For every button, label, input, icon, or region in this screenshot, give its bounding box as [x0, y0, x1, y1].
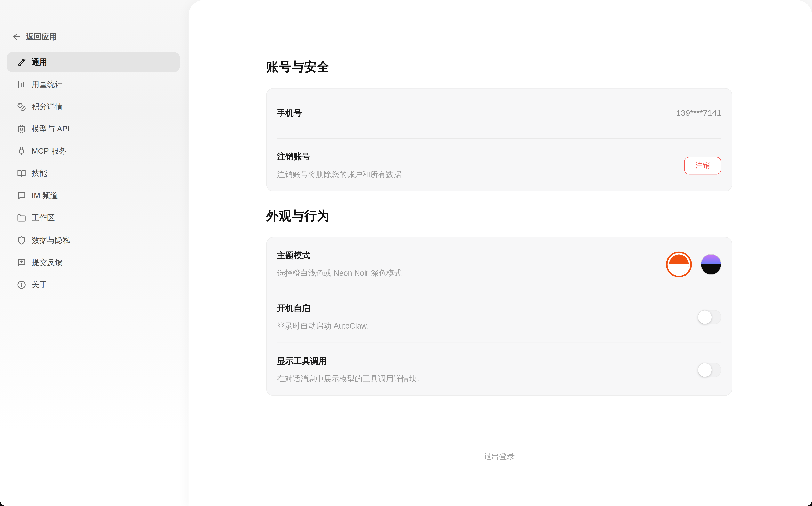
sidebar-item-label: 技能: [31, 168, 47, 178]
autostart-description: 登录时自动启动 AutoClaw。: [277, 321, 375, 331]
theme-light-orange-swatch[interactable]: [669, 254, 689, 274]
sidebar-item-data-privacy[interactable]: 数据与隐私: [7, 230, 179, 250]
back-to-app-label: 返回应用: [26, 32, 57, 41]
delete-account-button[interactable]: 注销: [684, 157, 722, 174]
appearance-card: 主题模式 选择橙白浅色或 Neon Noir 深色模式。 开机自启 登录时自动启…: [266, 237, 732, 396]
delete-account-title: 注销账号: [277, 151, 401, 162]
sidebar-item-label: MCP 服务: [31, 146, 66, 156]
shield-icon: [17, 236, 26, 245]
theme-mode-description: 选择橙白浅色或 Neon Noir 深色模式。: [277, 268, 410, 278]
theme-mode-text: 主题模式 选择橙白浅色或 Neon Noir 深色模式。: [277, 250, 410, 278]
sidebar-item-label: 积分详情: [31, 102, 63, 111]
theme-mode-title: 主题模式: [277, 250, 410, 261]
sidebar-item-label: 关于: [31, 280, 47, 289]
sidebar-item-label: 用量统计: [31, 79, 63, 89]
sidebar-item-label: 数据与隐私: [31, 235, 70, 245]
delete-account-text: 注销账号 注销账号将删除您的账户和所有数据: [277, 151, 401, 180]
coins-icon: [17, 102, 26, 111]
show-tool-calls-row: 显示工具调用 在对话消息中展示模型的工具调用详情块。: [267, 343, 732, 395]
toggle-knob: [698, 310, 712, 324]
pen-icon: [17, 58, 26, 67]
sidebar-item-feedback[interactable]: 提交反馈: [7, 253, 179, 272]
show-tool-calls-title: 显示工具调用: [277, 355, 425, 367]
account-security-title: 账号与安全: [266, 58, 732, 75]
settings-window: 返回应用 通用 用量统计 积分详情 模型与 API MCP 服务: [0, 0, 812, 506]
sidebar-nav: 通用 用量统计 积分详情 模型与 API MCP 服务 技能: [0, 52, 189, 294]
message-square-plus-icon: [17, 258, 26, 267]
appearance-title: 外观与行为: [266, 207, 732, 225]
sidebar-item-models-api[interactable]: 模型与 API: [7, 119, 179, 139]
sidebar-item-label: 通用: [31, 57, 47, 67]
sidebar-item-about[interactable]: 关于: [7, 275, 179, 294]
phone-row: 手机号 139****7141: [267, 89, 732, 138]
settings-content: 账号与安全 手机号 139****7141 注销账号 注销账号将删除您的账户和所…: [266, 0, 732, 461]
bar-chart-icon: [17, 80, 26, 89]
autostart-text: 开机自启 登录时自动启动 AutoClaw。: [277, 303, 375, 331]
arrow-left-icon: [12, 32, 21, 41]
account-security-card: 手机号 139****7141 注销账号 注销账号将删除您的账户和所有数据 注销: [266, 88, 732, 191]
phone-label: 手机号: [277, 108, 302, 119]
phone-value: 139****7141: [676, 109, 721, 118]
sidebar-item-label: 模型与 API: [31, 124, 70, 134]
show-tool-calls-text: 显示工具调用 在对话消息中展示模型的工具调用详情块。: [277, 355, 425, 384]
folder-icon: [17, 214, 26, 222]
book-open-icon: [17, 169, 26, 178]
theme-mode-row: 主题模式 选择橙白浅色或 Neon Noir 深色模式。: [267, 238, 732, 290]
theme-swatches: [666, 251, 722, 277]
sidebar-item-general[interactable]: 通用: [7, 52, 179, 72]
sidebar-item-label: IM 频道: [31, 191, 58, 200]
cpu-icon: [17, 124, 26, 133]
sidebar-item-credits[interactable]: 积分详情: [7, 97, 179, 116]
sidebar-item-im-channels[interactable]: IM 频道: [7, 186, 179, 205]
sidebar: 返回应用 通用 用量统计 积分详情 模型与 API MCP 服务: [0, 0, 189, 506]
sidebar-item-label: 工作区: [31, 213, 55, 223]
plug-icon: [17, 147, 26, 155]
info-icon: [17, 280, 26, 289]
sidebar-item-usage-stats[interactable]: 用量统计: [7, 75, 179, 94]
delete-account-description: 注销账号将删除您的账户和所有数据: [277, 169, 401, 180]
logout-button[interactable]: 退出登录: [266, 452, 732, 461]
show-tool-calls-toggle[interactable]: [697, 362, 722, 377]
settings-panel: 账号与安全 手机号 139****7141 注销账号 注销账号将删除您的账户和所…: [189, 0, 812, 506]
sidebar-item-skills[interactable]: 技能: [7, 164, 179, 183]
autostart-toggle[interactable]: [697, 310, 722, 324]
back-to-app-button[interactable]: 返回应用: [0, 30, 189, 44]
delete-account-row: 注销账号 注销账号将删除您的账户和所有数据 注销: [267, 139, 732, 191]
sidebar-item-label: 提交反馈: [31, 257, 63, 267]
autostart-row: 开机自启 登录时自动启动 AutoClaw。: [267, 290, 732, 343]
autostart-title: 开机自启: [277, 303, 375, 314]
toggle-knob: [698, 363, 712, 376]
theme-neon-noir-swatch[interactable]: [700, 254, 721, 274]
sidebar-item-mcp-services[interactable]: MCP 服务: [7, 141, 179, 161]
sidebar-item-workspace[interactable]: 工作区: [7, 208, 179, 228]
show-tool-calls-description: 在对话消息中展示模型的工具调用详情块。: [277, 373, 425, 384]
message-square-icon: [17, 191, 26, 200]
